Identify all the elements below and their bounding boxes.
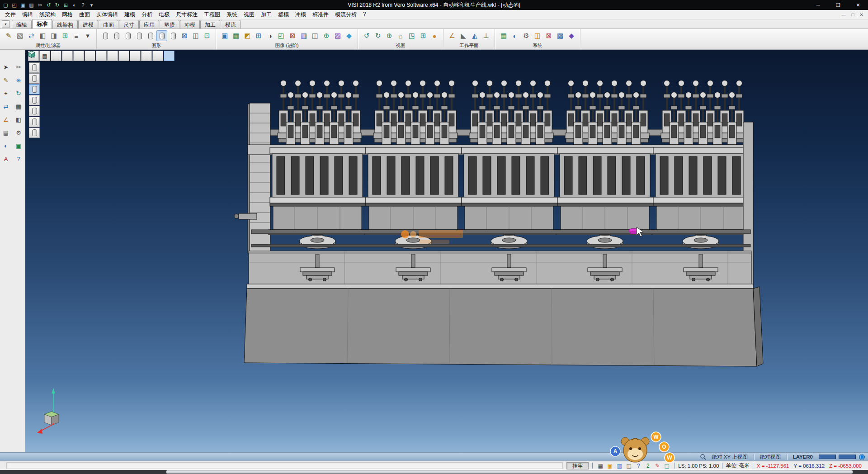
- view-cube-current-icon[interactable]: [164, 51, 175, 61]
- solid-display-5-icon[interactable]: [145, 30, 156, 41]
- view-cube-left-icon[interactable]: [85, 51, 95, 61]
- solid-display-3-icon[interactable]: [123, 30, 133, 41]
- filter-list-icon[interactable]: ≡: [71, 30, 82, 41]
- hatch-icon[interactable]: ▩: [555, 30, 566, 41]
- scrollbar-thumb[interactable]: [166, 470, 853, 474]
- globe-icon[interactable]: [859, 454, 865, 460]
- transparency-icon[interactable]: ▨: [332, 30, 343, 41]
- zoom-extents-icon[interactable]: ⊕: [384, 30, 395, 41]
- menu-item-尺寸标注[interactable]: 尺寸标注: [173, 10, 201, 19]
- solid-display-2-icon[interactable]: [111, 30, 122, 41]
- shade-toggle-icon[interactable]: ◐: [0, 140, 11, 151]
- wireframe-icon[interactable]: ⊠: [179, 30, 190, 41]
- display-style-1-icon[interactable]: [29, 62, 40, 73]
- rotate-right-view-icon[interactable]: ↻: [373, 30, 383, 41]
- menu-item-模流分析[interactable]: 模流分析: [332, 10, 360, 19]
- gem-tool-icon[interactable]: ◆: [566, 30, 577, 41]
- system-settings-icon[interactable]: ⚙: [521, 30, 532, 41]
- active-layer-label[interactable]: LAYER0: [790, 454, 816, 460]
- mirror-icon[interactable]: ⇄: [0, 101, 11, 112]
- horizontal-scrollbar[interactable]: [0, 470, 868, 474]
- compare-icon[interactable]: ◫: [310, 30, 321, 41]
- texture-icon[interactable]: ▦: [231, 30, 241, 41]
- open-file-icon[interactable]: ◰: [10, 1, 18, 9]
- view-cube-right-icon[interactable]: [73, 51, 84, 61]
- display-style-5-icon[interactable]: [29, 117, 40, 127]
- view-cube-iso3-icon[interactable]: [141, 51, 152, 61]
- solid-display-active-icon[interactable]: [156, 30, 167, 41]
- workplane-face-icon[interactable]: ◣: [458, 30, 469, 41]
- menu-item-线架构[interactable]: 线架构: [36, 10, 59, 19]
- tab-线架构[interactable]: 线架构: [52, 20, 78, 28]
- menu-item-网格[interactable]: 网格: [59, 10, 76, 19]
- mdi-minimize-icon[interactable]: ―: [842, 12, 846, 17]
- menu-item-实体编辑[interactable]: 实体编辑: [93, 10, 121, 19]
- filter-right-icon[interactable]: ◨: [48, 30, 59, 41]
- solid-display-6-icon[interactable]: [168, 30, 179, 41]
- pen-color-swatch[interactable]: [839, 455, 856, 459]
- tab-冲模[interactable]: 冲模: [180, 20, 200, 28]
- text-icon[interactable]: A: [0, 153, 11, 164]
- display-style-4-icon[interactable]: [29, 106, 40, 116]
- 3d-viewport[interactable]: ≡▤: [0, 50, 868, 452]
- delete-icon[interactable]: ⊠: [543, 30, 554, 41]
- solid-display-4-icon[interactable]: [134, 30, 145, 41]
- menu-item-编辑[interactable]: 编辑: [19, 10, 36, 19]
- tab-应用[interactable]: 应用: [139, 20, 159, 28]
- workplane-3pt-icon[interactable]: ◭: [469, 30, 480, 41]
- mdi-restore-icon[interactable]: □: [852, 12, 854, 17]
- shade-icon[interactable]: ◐: [71, 1, 78, 9]
- swap-filter-icon[interactable]: ⇄: [26, 30, 37, 41]
- cut-icon[interactable]: ✂: [36, 1, 44, 9]
- tab-尺寸[interactable]: 尺寸: [119, 20, 139, 28]
- multi-view-icon[interactable]: ⊞: [418, 30, 429, 41]
- layer-color-swatch[interactable]: [819, 455, 836, 459]
- menu-item-标准件[interactable]: 标准件: [309, 10, 332, 19]
- view-cube-back-icon[interactable]: [96, 51, 107, 61]
- render-icon[interactable]: ▣: [219, 30, 230, 41]
- tab-编辑[interactable]: 编辑: [12, 20, 32, 28]
- light-icon[interactable]: ⊞: [253, 30, 264, 41]
- view-cube-front-icon[interactable]: [62, 51, 73, 61]
- view-grid-icon[interactable]: ▤: [39, 51, 50, 61]
- redo-icon[interactable]: ↻: [53, 1, 61, 9]
- menu-item-冲模[interactable]: 冲模: [292, 10, 309, 19]
- shadow-icon[interactable]: ◑: [264, 30, 275, 41]
- display-style-6-icon[interactable]: [29, 128, 40, 138]
- filter-dropdown-icon[interactable]: ▾: [82, 30, 93, 41]
- menu-item-?[interactable]: ?: [360, 10, 369, 19]
- sketch-icon[interactable]: ✎: [0, 75, 11, 85]
- maximize-button[interactable]: ❐: [828, 0, 848, 10]
- tab-曲面[interactable]: 曲面: [99, 20, 118, 28]
- menu-item-文件[interactable]: 文件: [2, 10, 19, 19]
- view-cube-iso4-icon[interactable]: [152, 51, 163, 61]
- new-file-icon[interactable]: ▢: [2, 1, 9, 9]
- view-cube-iso2-icon[interactable]: [130, 51, 141, 61]
- layers-icon[interactable]: ◫: [532, 30, 543, 41]
- shaded-icon[interactable]: ⊡: [202, 30, 212, 41]
- tab-建模[interactable]: 建模: [78, 20, 98, 28]
- print-icon[interactable]: ▥: [28, 1, 35, 9]
- menu-item-建模[interactable]: 建模: [121, 10, 138, 19]
- home-view-icon[interactable]: ⌂: [395, 30, 406, 41]
- quick-access-dropdown-icon[interactable]: ▾: [88, 1, 95, 9]
- save-icon[interactable]: ▣: [19, 1, 27, 9]
- minimize-button[interactable]: ─: [808, 0, 828, 10]
- iso-view-icon[interactable]: ◳: [406, 30, 417, 41]
- view-mode-label[interactable]: 绝对 XY 上视图: [709, 454, 751, 460]
- search-icon[interactable]: [700, 454, 706, 460]
- rotate-icon[interactable]: ↻: [13, 88, 24, 99]
- absolute-view-label[interactable]: 绝对视图: [757, 454, 784, 460]
- tab-模流[interactable]: 模流: [221, 20, 241, 28]
- background-icon[interactable]: ▥: [298, 30, 309, 41]
- menu-item-塑模[interactable]: 塑模: [275, 10, 292, 19]
- clip-icon[interactable]: ⊠: [287, 30, 298, 41]
- model-icon[interactable]: ⊞: [62, 1, 70, 9]
- context-help-icon[interactable]: ?: [13, 153, 24, 164]
- workplane-angle-icon[interactable]: ∠: [447, 30, 458, 41]
- merge-icon[interactable]: ⊕: [321, 30, 332, 41]
- menu-item-视图[interactable]: 视图: [241, 10, 258, 19]
- menu-item-电极[interactable]: 电极: [156, 10, 173, 19]
- join-icon[interactable]: ⊕: [13, 75, 24, 85]
- view-cube-top-icon[interactable]: [51, 51, 61, 61]
